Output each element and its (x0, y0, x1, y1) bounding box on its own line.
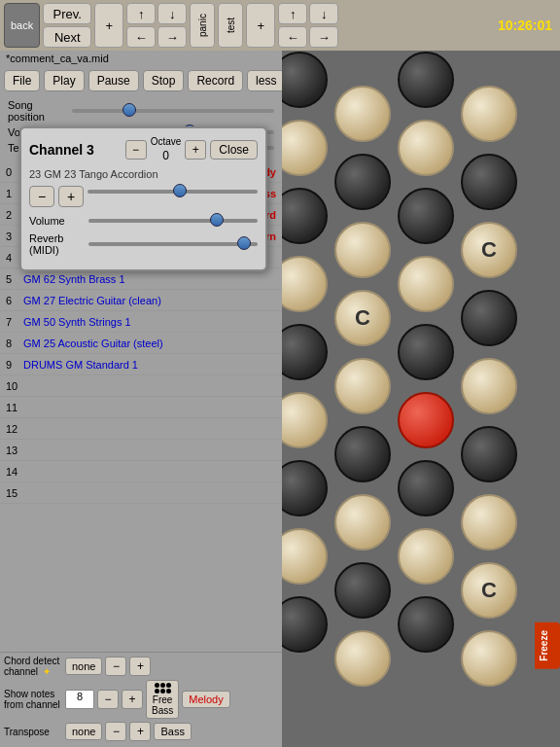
popup-reverb-track[interactable] (88, 242, 258, 246)
song-position-row: Song position (8, 99, 274, 123)
svg-point-26 (399, 529, 453, 584)
svg-point-23 (399, 325, 453, 379)
svg-point-5 (282, 393, 327, 447)
chord-detect-label: Chord detect channel ✦ (4, 656, 62, 677)
chord-minus-button[interactable]: − (105, 657, 126, 676)
filename-bar: *comment_ca_va.mid (0, 51, 282, 66)
svg-point-18 (335, 631, 390, 686)
show-notes-row: Show notes from channel 8 − + FreeBass M… (4, 680, 278, 719)
prev-button[interactable]: Prev. (43, 3, 91, 24)
bass-tag-button[interactable]: Bass (154, 723, 191, 740)
svg-text:C: C (481, 578, 497, 602)
song-position-thumb[interactable] (122, 103, 136, 117)
channel-row[interactable]: 8 GM 25 Acoustic Guitar (steel) (0, 333, 282, 354)
song-position-track[interactable] (72, 109, 274, 113)
svg-point-0 (282, 53, 327, 107)
channel-name: GM 50 Synth Strings 1 (23, 316, 276, 328)
show-notes-plus[interactable]: + (122, 690, 143, 709)
channel-row[interactable]: 9 DRUMS GM Standard 1 (0, 354, 282, 375)
free-bass-button[interactable]: FreeBass (146, 680, 179, 719)
channel-number: 7 (6, 316, 23, 328)
freeze-button[interactable]: Freeze (535, 622, 560, 669)
popup-volume-thumb[interactable] (210, 213, 224, 227)
channel-name: GM 62 Synth Brass 1 (23, 273, 276, 285)
transpose-none-button[interactable]: none (65, 723, 102, 740)
popup-volume-track[interactable] (88, 219, 258, 223)
test-button[interactable]: test (218, 3, 243, 48)
panic-button[interactable]: panic (190, 3, 215, 48)
popup-pm-minus[interactable]: − (29, 186, 54, 207)
left-button[interactable]: ← (126, 26, 156, 48)
channel-row[interactable]: 6 GM 27 Electric Guitar (clean) (0, 290, 282, 311)
play-button[interactable]: Play (44, 70, 84, 91)
svg-point-11 (335, 223, 390, 277)
ud-group-left: ↑ ↓ ← → (126, 3, 187, 48)
popup-close-button[interactable]: Close (210, 140, 258, 160)
record-button[interactable]: Record (188, 70, 243, 91)
svg-point-10 (335, 155, 390, 209)
stop-button[interactable]: Stop (143, 70, 185, 91)
channel-name: DRUMS GM Standard 1 (23, 359, 276, 371)
popup-plus-button[interactable]: + (185, 140, 206, 160)
show-notes-input[interactable]: 8 (65, 690, 94, 709)
svg-point-38 (462, 631, 516, 686)
up-button-right[interactable]: ↑ (278, 3, 307, 24)
channel-row[interactable]: 15 (0, 482, 282, 504)
popup-volume-label: Volume (29, 215, 83, 227)
svg-point-17 (335, 563, 390, 618)
popup-reverb-thumb[interactable] (237, 236, 251, 250)
transpose-minus[interactable]: − (105, 722, 126, 741)
channel-number: 13 (6, 445, 23, 456)
popup-header: Channel 3 − Octave 0 + Close (29, 136, 258, 162)
pause-button[interactable]: Pause (88, 70, 139, 91)
transpose-plus[interactable]: + (129, 722, 151, 741)
channel-number: 15 (6, 487, 23, 499)
channel-name: GM 27 Electric Guitar (clean) (23, 295, 276, 306)
up-button-left[interactable]: ↑ (126, 3, 156, 24)
melody-tag-button[interactable]: Melody (182, 691, 229, 708)
svg-point-2 (282, 189, 327, 243)
channel-row[interactable]: 10 (0, 375, 282, 397)
popup-pm-plus[interactable]: + (58, 186, 84, 207)
channel-row[interactable]: 13 (0, 440, 282, 461)
channel-row[interactable]: 11 (0, 397, 282, 418)
popup-pitch-thumb[interactable] (173, 184, 187, 197)
back-button[interactable]: back (4, 3, 40, 48)
prev-next-group: Prev. Next (43, 3, 91, 48)
svg-point-32 (462, 291, 516, 345)
song-position-label: Song position (8, 99, 66, 123)
less-button[interactable]: less (247, 70, 285, 91)
down-button-right[interactable]: ↓ (309, 3, 338, 24)
channel-row[interactable]: 7 GM 50 Synth Strings 1 (0, 311, 282, 333)
chord-plus-button[interactable]: + (129, 657, 151, 676)
popup-pitch-track[interactable] (88, 190, 258, 194)
svg-point-24 (399, 393, 453, 447)
filename-label: *comment_ca_va.mid (6, 53, 109, 64)
toolbar: File Play Pause Stop Record less (0, 66, 282, 95)
popup-octave-label: Octave (151, 136, 182, 147)
svg-point-4 (282, 325, 327, 379)
popup-minus-button[interactable]: − (125, 140, 147, 160)
channel-row[interactable]: 12 (0, 418, 282, 440)
plus-button-left[interactable]: + (94, 3, 123, 48)
next-button[interactable]: Next (43, 26, 91, 48)
popup-title: Channel 3 (29, 142, 122, 158)
down-button-left[interactable]: ↓ (158, 3, 187, 24)
right-button[interactable]: → (158, 26, 187, 48)
show-notes-minus[interactable]: − (97, 690, 119, 709)
left-button-right[interactable]: ← (278, 26, 307, 48)
ud-group-right: ↑ ↓ ← → (278, 3, 338, 48)
svg-point-8 (282, 597, 327, 652)
channel-number: 14 (6, 466, 23, 478)
right-button-right[interactable]: → (309, 26, 338, 48)
chord-none-button[interactable]: none (65, 658, 102, 675)
plus-button-right[interactable]: + (246, 3, 275, 48)
channel-number: 8 (6, 338, 23, 349)
popup-volume-row: Volume (29, 215, 258, 227)
svg-point-28 (462, 87, 516, 141)
channel-row[interactable]: 14 (0, 461, 282, 482)
channel-row[interactable]: 5 GM 62 Synth Brass 1 (0, 268, 282, 290)
svg-point-16 (335, 495, 390, 550)
channel-popup: Channel 3 − Octave 0 + Close 23 GM 23 Ta… (19, 126, 267, 271)
file-button[interactable]: File (4, 70, 40, 91)
